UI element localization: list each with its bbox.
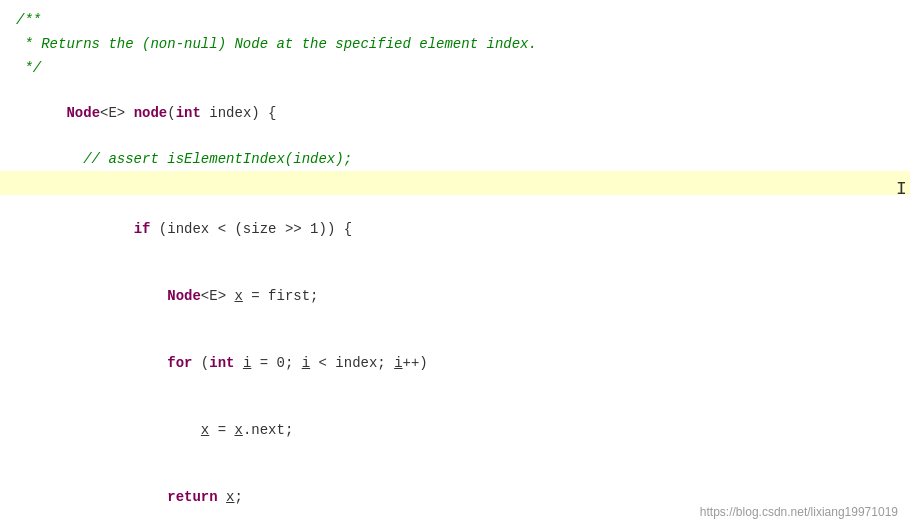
code-text-7: if (index < (size >> 1)) { [16, 195, 894, 262]
code-line-5: // assert isElementIndex(index); [0, 147, 910, 171]
code-text-10: x = x.next; [16, 397, 894, 464]
text-cursor: I [896, 175, 898, 191]
code-line-8: Node<E> x = first; [0, 262, 910, 329]
code-line-2: * Returns the (non-null) Node at the spe… [0, 32, 910, 56]
code-text-4: Node<E> node(int index) { [16, 80, 894, 147]
code-container: /** * Returns the (non-null) Node at the… [0, 0, 910, 530]
code-text-3: */ [16, 57, 894, 79]
code-text-8: Node<E> x = first; [16, 262, 894, 329]
code-text-5: // assert isElementIndex(index); [16, 148, 894, 170]
code-text-6 [16, 172, 894, 194]
code-text-1: /** [16, 9, 894, 31]
code-line-10: x = x.next; [0, 397, 910, 464]
code-line-4: Node<E> node(int index) { [0, 80, 910, 147]
code-line-3: */ [0, 56, 910, 80]
code-line-6: I [0, 171, 910, 195]
watermark: https://blog.csdn.net/lixiang19971019 [700, 503, 898, 522]
code-text-2: * Returns the (non-null) Node at the spe… [16, 33, 894, 55]
code-line-1: /** [0, 8, 910, 32]
code-line-9: for (int i = 0; i < index; i++) [0, 330, 910, 397]
code-text-9: for (int i = 0; i < index; i++) [16, 330, 894, 397]
code-line-7: if (index < (size >> 1)) { [0, 195, 910, 262]
